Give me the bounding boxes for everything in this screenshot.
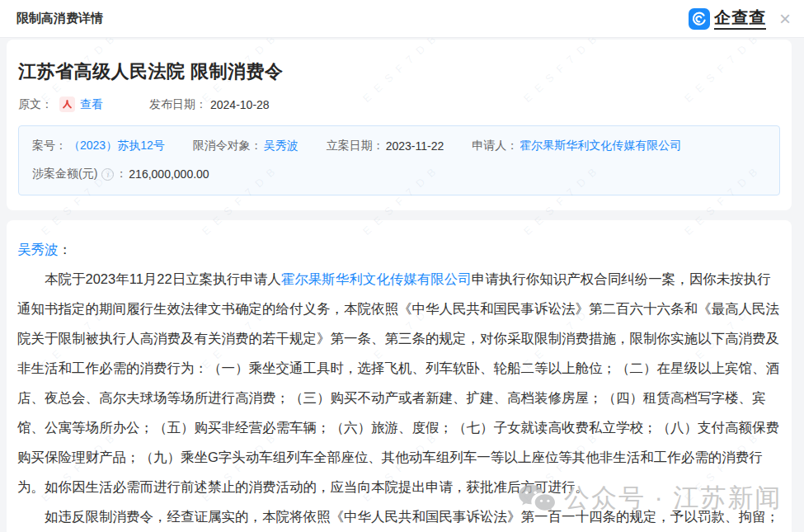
case-info-row-1: 案号： （2023）苏执12号 限消令对象： 吴秀波 立案日期： 2023-11… [32, 139, 766, 153]
order-body-card: 吴秀波： 本院于2023年11月22日立案执行申请人霍尔果斯华利文化传媒有限公司… [7, 220, 792, 532]
info-tooltip-icon[interactable]: i [101, 168, 114, 181]
paragraph-text: 申请执行你知识产权合同纠纷一案，因你未按执行通知书指定的期间履行生效法律文书确定… [17, 271, 779, 494]
filing-date-value: 2023-11-22 [386, 139, 444, 153]
filing-date-field: 立案日期： 2023-11-22 [327, 139, 444, 153]
restricted-person-label: 限消令对象： [193, 139, 262, 153]
amount-colon: ： [115, 167, 127, 181]
publish-date-value: 2024-10-28 [210, 98, 270, 111]
document-title: 江苏省高级人民法院 限制消费令 [18, 59, 780, 84]
case-number-field: 案号： （2023）苏执12号 [32, 139, 165, 153]
original-label: 原文： [18, 97, 53, 112]
amount-label: 涉案金额(元) [32, 167, 97, 181]
modal-header: 限制高消费详情 企查查 × [0, 0, 804, 38]
paragraph-text: 本院于2023年11月22日立案执行申请人 [45, 271, 281, 286]
applicant-label: 申请人： [472, 139, 518, 153]
document-header-card: 江苏省高级人民法院 限制消费令 原文： 查看 发布日期： 2024-10-28 … [7, 40, 792, 210]
case-info-row-2: 涉案金额(元) i ： 216,000,000.00 [32, 167, 766, 181]
amount-value: 216,000,000.00 [129, 167, 209, 181]
qichacha-wordmark: 企查查 [714, 7, 766, 30]
filing-date-label: 立案日期： [327, 139, 384, 153]
view-original-link[interactable]: 查看 [80, 97, 103, 112]
publish-date-label: 发布日期： [149, 97, 207, 112]
applicant-link[interactable]: 霍尔果斯华利文化传媒有限公司 [520, 139, 681, 153]
pdf-icon [59, 97, 75, 112]
amount-field: 涉案金额(元) i ： 216,000,000.00 [32, 167, 209, 181]
document-meta-row: 原文： 查看 发布日期： 2024-10-28 [18, 97, 780, 112]
case-info-box: 案号： （2023）苏执12号 限消令对象： 吴秀波 立案日期： 2023-11… [18, 125, 780, 195]
qichacha-logo-icon [689, 8, 710, 30]
applicant-inline-link[interactable]: 霍尔果斯华利文化传媒有限公司 [281, 271, 472, 286]
close-icon[interactable]: × [778, 9, 792, 29]
order-paragraph-1: 本院于2023年11月22日立案执行申请人霍尔果斯华利文化传媒有限公司申请执行你… [17, 264, 781, 501]
case-number-link[interactable]: （2023）苏执12号 [68, 139, 165, 153]
case-number-label: 案号： [32, 139, 67, 153]
restricted-person-link[interactable]: 吴秀波 [264, 139, 299, 153]
section-divider [0, 210, 804, 220]
addressee-link[interactable]: 吴秀波 [17, 242, 59, 257]
applicant-field: 申请人： 霍尔果斯华利文化传媒有限公司 [472, 139, 681, 153]
restricted-person-field: 限消令对象： 吴秀波 [193, 139, 299, 153]
addressee-line: 吴秀波： [17, 234, 781, 264]
page-title: 限制高消费详情 [16, 11, 103, 26]
qichacha-logo[interactable]: 企查查 [689, 7, 766, 30]
order-paragraph-2: 如违反限制消费令，经查证属实的，本院将依照《中华人民共和国民事诉讼法》第一百一十… [17, 501, 781, 532]
addressee-colon: ： [59, 242, 73, 257]
paragraph-text: 如违反限制消费令，经查证属实的，本院将依照《中华人民共和国民事诉讼法》第一百一十… [17, 509, 779, 532]
